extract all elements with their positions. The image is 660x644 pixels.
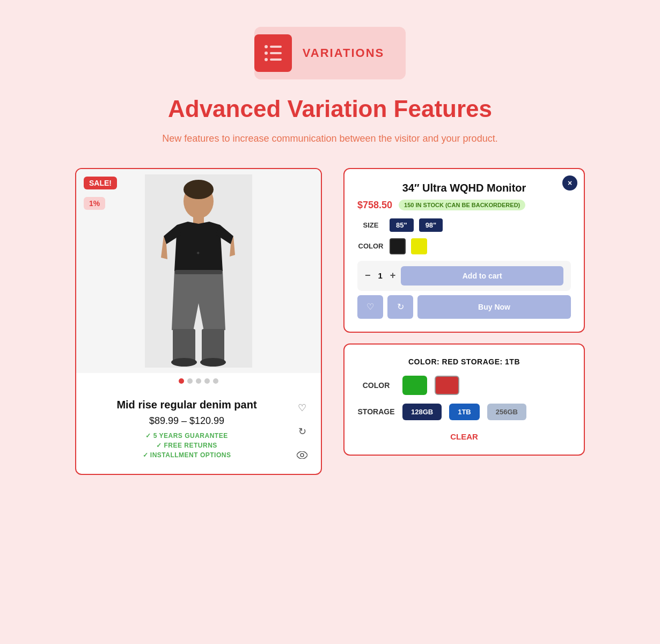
storage-card: COLOR: RED STORAGE: 1TB COLOR STORAGE 12… — [343, 343, 585, 456]
monitor-title: 34″ Ultra WQHD Monitor — [357, 182, 571, 194]
svg-rect-8 — [175, 270, 222, 274]
page-subtitle: New features to increase communication b… — [46, 131, 614, 147]
product-price: $89.99 – $120.99 — [86, 415, 288, 427]
svg-rect-4 — [173, 329, 195, 361]
storage-options-row: STORAGE 128GB 1TB 256GB — [357, 404, 571, 420]
color-row: COLOR — [357, 238, 571, 254]
carousel-dot-5[interactable] — [213, 378, 218, 384]
color-black-swatch[interactable] — [390, 238, 406, 254]
quickview-icon[interactable] — [293, 446, 311, 464]
stock-badge: 150 IN STOCK (CAN BE BACKORDERED) — [399, 200, 525, 210]
quantity-decrease-button[interactable]: − — [365, 270, 371, 281]
carousel-dot-3[interactable] — [196, 378, 201, 384]
clear-link[interactable]: CLEAR — [450, 432, 478, 441]
storage-label: STORAGE — [357, 407, 395, 416]
monitor-card: × 34″ Ultra WQHD Monitor $758.50 150 IN … — [343, 168, 585, 333]
product-features: ✓ 5 YEARS GUARANTEE ✓ FREE RETURNS ✓ INS… — [86, 432, 288, 459]
carousel-dot-1[interactable] — [179, 378, 184, 384]
page-main-title: Advanced Variation Features — [46, 96, 614, 122]
size-label: SIZE — [357, 221, 384, 229]
cart-row: − 1 + Add to cart — [357, 261, 571, 291]
color-green-swatch[interactable] — [402, 376, 427, 395]
banner-icon-line-2 — [265, 52, 282, 55]
buy-now-button[interactable]: Buy Now — [417, 295, 571, 319]
quantity-value: 1 — [378, 271, 383, 280]
variations-banner: VARIATIONS — [254, 27, 406, 79]
svg-text:✦: ✦ — [196, 250, 200, 256]
feature-installment: ✓ INSTALLMENT OPTIONS — [86, 451, 288, 459]
color-storage-label: COLOR — [357, 381, 395, 390]
storage-1tb-button[interactable]: 1TB — [449, 404, 480, 420]
product-image-wrap: SALE! 1% — [76, 169, 321, 373]
banner-icon-bar-2 — [270, 52, 282, 54]
feature-returns: ✓ FREE RETURNS — [86, 442, 288, 449]
add-to-cart-button[interactable]: Add to cart — [401, 266, 563, 286]
banner-icon-line-1 — [265, 45, 282, 48]
size-85-button[interactable]: 85" — [390, 218, 414, 232]
banner-icon — [254, 34, 292, 72]
carousel-dots — [76, 373, 321, 389]
feature-guarantee: ✓ 5 YEARS GUARANTEE — [86, 432, 288, 440]
banner-icon-dot-2 — [265, 52, 268, 55]
compare-button[interactable]: ↻ — [387, 295, 413, 319]
svg-rect-5 — [202, 329, 224, 361]
product-name: Mid rise regular denim pant — [86, 399, 288, 411]
size-row: SIZE 85" 98" — [357, 218, 571, 232]
page-wrapper: VARIATIONS Advanced Variation Features N… — [35, 0, 625, 502]
quantity-increase-button[interactable]: + — [390, 270, 396, 281]
banner-icon-line-3 — [265, 58, 282, 61]
size-98-button[interactable]: 98" — [419, 218, 443, 232]
banner-icon-dot-3 — [265, 58, 268, 61]
monitor-price-row: $758.50 150 IN STOCK (CAN BE BACKORDERED… — [357, 200, 571, 211]
banner-icon-bar — [270, 46, 282, 48]
storage-256gb-button[interactable]: 256GB — [487, 404, 526, 420]
color-storage-row: COLOR — [357, 376, 571, 395]
svg-point-10 — [300, 453, 304, 457]
banner-icon-bar-3 — [270, 58, 282, 61]
compare-icon[interactable]: ↻ — [293, 422, 311, 441]
right-col: × 34″ Ultra WQHD Monitor $758.50 150 IN … — [343, 168, 585, 456]
color-red-swatch[interactable] — [435, 376, 459, 395]
action-btns-row: ♡ ↻ Buy Now — [357, 295, 571, 319]
monitor-price: $758.50 — [357, 200, 392, 211]
product-text: Mid rise regular denim pant $89.99 – $12… — [86, 399, 288, 461]
storage-128gb-button[interactable]: 128GB — [402, 404, 442, 420]
carousel-dot-2[interactable] — [187, 378, 193, 384]
storage-header: COLOR: RED STORAGE: 1TB — [357, 357, 571, 366]
color-label: COLOR — [357, 242, 384, 250]
banner-icon-dot — [265, 45, 268, 48]
color-yellow-swatch[interactable] — [411, 238, 427, 254]
svg-point-7 — [200, 358, 226, 367]
wishlist-icon[interactable]: ♡ — [293, 399, 311, 417]
sale-badge: SALE! — [84, 177, 117, 189]
svg-point-6 — [171, 358, 197, 367]
product-image: ✦ — [145, 174, 252, 368]
banner-title: VARIATIONS — [303, 46, 384, 60]
quantity-control: − 1 + — [365, 270, 395, 281]
close-button[interactable]: × — [562, 175, 577, 191]
product-card: SALE! 1% — [75, 168, 322, 475]
wishlist-button[interactable]: ♡ — [357, 295, 383, 319]
carousel-dot-4[interactable] — [204, 378, 210, 384]
discount-badge: 1% — [84, 197, 105, 210]
svg-point-2 — [184, 180, 214, 199]
cards-row: SALE! 1% — [46, 168, 614, 475]
product-info: Mid rise regular denim pant $89.99 – $12… — [76, 389, 321, 474]
product-actions: ♡ ↻ — [293, 399, 311, 464]
